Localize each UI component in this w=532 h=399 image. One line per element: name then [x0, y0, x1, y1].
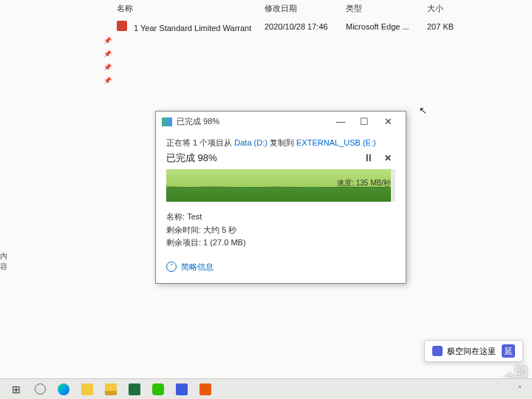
col-size[interactable]: 大小: [427, 3, 471, 14]
left-edge-fragment: 内容: [0, 251, 9, 272]
dest-link[interactable]: EXTERNAL_USB (E:): [296, 138, 376, 147]
pin-icon: 📌: [103, 50, 111, 58]
fewer-details-button[interactable]: ˄ 简略信息: [166, 262, 395, 273]
col-date[interactable]: 修改日期: [265, 3, 346, 14]
dialog-body: 正在将 1 个项目从 Data (D:) 复制到 EXTERNAL_USB (E…: [156, 132, 406, 283]
speed-label: 速度: 135 MB/秒: [337, 178, 391, 188]
app-icon: [432, 346, 443, 356]
source-link[interactable]: Data (D:): [234, 138, 267, 147]
app-icon: [200, 383, 211, 395]
detail-remaining-items: 剩余项目: 1 (27.0 MB): [166, 236, 395, 250]
pause-button[interactable]: ⅠⅠ: [361, 153, 376, 163]
notification-text: 极空间在这里: [447, 346, 496, 357]
file-size: 207 KB: [427, 22, 471, 31]
folder-icon: [81, 383, 93, 395]
col-type[interactable]: 类型: [346, 3, 427, 14]
taskbar-app-orange[interactable]: [195, 381, 216, 398]
tray-chevron-icon[interactable]: ˄: [518, 385, 522, 393]
file-date: 2020/10/28 17:46: [265, 22, 346, 31]
mouse-cursor-icon: ↖: [419, 105, 427, 116]
copy-icon: [162, 117, 172, 126]
minimize-button[interactable]: —: [329, 116, 352, 127]
search-button[interactable]: [30, 381, 50, 398]
file-type: Microsoft Edge ...: [346, 22, 427, 31]
quick-access-pins: 📌 📌 📌 📌: [103, 37, 111, 90]
start-button[interactable]: ⊞: [6, 381, 27, 398]
detail-remaining-time: 剩余时间: 大约 5 秒: [166, 224, 395, 237]
notification-bubble[interactable]: 极空间在这里 延: [424, 340, 523, 362]
copy-progress-dialog: 已完成 98% — ☐ ✕ 正在将 1 个项目从 Data (D:) 复制到 E…: [155, 111, 406, 284]
pin-icon: 📌: [103, 64, 111, 71]
progress-bar: 速度: 135 MB/秒: [166, 169, 395, 202]
taskbar-app-blue[interactable]: [171, 381, 192, 398]
pin-icon: 📌: [103, 77, 111, 84]
edge-icon: [58, 383, 69, 395]
dialog-title: 已完成 98%: [177, 116, 329, 127]
cancel-button[interactable]: ✕: [381, 153, 395, 163]
app-icon: [176, 383, 188, 395]
folder-icon: [105, 383, 117, 395]
taskbar: ⊞ ˄: [0, 378, 532, 399]
taskbar-edge[interactable]: [53, 381, 74, 398]
taskbar-wechat[interactable]: [148, 381, 168, 398]
taskbar-excel[interactable]: [124, 381, 145, 398]
maximize-button[interactable]: ☐: [352, 116, 376, 127]
notification-action[interactable]: 延: [502, 344, 515, 358]
pin-icon: 📌: [103, 37, 111, 44]
taskbar-folder2[interactable]: [100, 381, 121, 398]
taskbar-explorer[interactable]: [77, 381, 98, 398]
column-headers: 名称 修改日期 类型 大小: [0, 0, 532, 17]
dialog-titlebar[interactable]: 已完成 98% — ☐ ✕: [156, 112, 406, 132]
window-close-button[interactable]: ✕: [376, 116, 400, 127]
file-name: 1 Year Standard Limited Warrant: [134, 24, 251, 33]
system-tray[interactable]: ˄: [518, 385, 526, 393]
percent-complete: 已完成 98%: [166, 151, 357, 165]
search-icon: [35, 383, 46, 395]
file-name-cell: 1 Year Standard Limited Warrant: [117, 21, 265, 33]
copying-text: 正在将 1 个项目从 Data (D:) 复制到 EXTERNAL_USB (E…: [166, 137, 395, 149]
col-name[interactable]: 名称: [117, 3, 265, 14]
wechat-icon: [152, 383, 164, 395]
progress-header: 已完成 98% ⅠⅠ ✕: [166, 151, 395, 165]
excel-icon: [129, 383, 140, 395]
detail-name: 名称: Test: [166, 211, 395, 224]
pdf-icon: [117, 21, 127, 31]
copy-details: 名称: Test 剩余时间: 大约 5 秒 剩余项目: 1 (27.0 MB): [166, 211, 395, 250]
chevron-up-icon: ˄: [166, 262, 177, 272]
file-row[interactable]: 1 Year Standard Limited Warrant 2020/10/…: [0, 17, 532, 36]
